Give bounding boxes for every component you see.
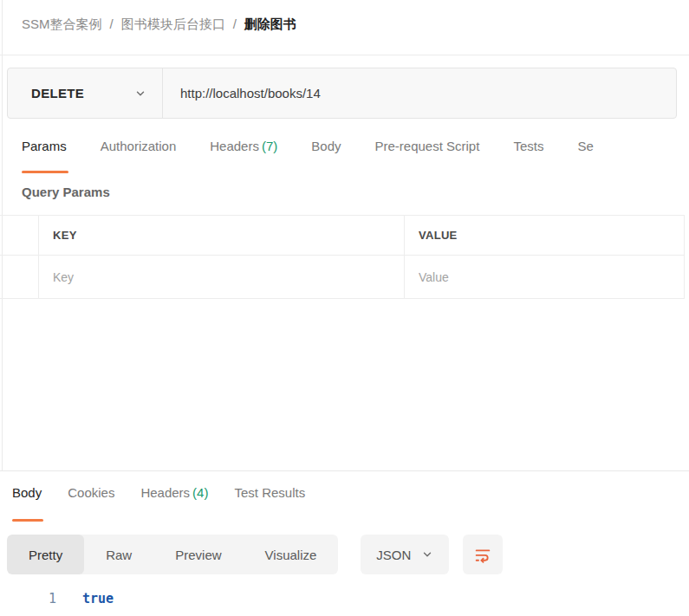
response-tab-test-results-label: Test Results [234, 485, 305, 500]
response-tab-body[interactable]: Body [12, 485, 42, 522]
key-column-header: KEY [53, 229, 77, 242]
response-tabs: Body Cookies Headers(4) Test Results [12, 485, 305, 522]
table-row [0, 256, 685, 299]
response-format-dropdown[interactable]: JSON [361, 535, 449, 574]
breadcrumb-folder[interactable]: 图书模块后台接口 [121, 16, 225, 33]
headers-count-badge: (7) [262, 139, 277, 153]
tab-headers-label: Headers [210, 139, 259, 153]
tab-params-label: Params [22, 139, 67, 153]
row-select-cell [0, 216, 39, 255]
header-divider [0, 55, 689, 55]
response-tab-headers-label: Headers [140, 485, 190, 500]
request-url-bar: DELETE [7, 68, 677, 119]
response-section-divider [0, 470, 689, 471]
response-tab-body-label: Body [12, 485, 42, 500]
query-params-title: Query Params [22, 185, 110, 199]
query-params-table: KEY VALUE [0, 215, 685, 299]
tab-pre-request-script-label: Pre-request Script [375, 139, 480, 153]
tab-tests[interactable]: Tests [513, 139, 543, 173]
response-tab-cookies[interactable]: Cookies [68, 485, 114, 522]
response-body-value: true [82, 591, 114, 606]
tab-authorization-label: Authorization [101, 139, 177, 153]
chevron-down-icon [421, 548, 433, 561]
param-value-input[interactable] [419, 270, 671, 284]
value-column-header: VALUE [419, 229, 458, 242]
tab-body[interactable]: Body [311, 139, 341, 173]
tab-params[interactable]: Params [22, 139, 67, 173]
view-mode-switcher: Pretty Raw Preview Visualize [7, 535, 338, 574]
response-format-label: JSON [376, 548, 411, 562]
breadcrumb: SSM整合案例 / 图书模块后台接口 / 删除图书 [22, 16, 296, 33]
view-mode-preview[interactable]: Preview [153, 535, 243, 574]
response-tab-cookies-label: Cookies [68, 485, 114, 500]
wrap-text-icon [473, 545, 492, 564]
breadcrumb-separator: / [110, 16, 114, 33]
tab-authorization[interactable]: Authorization [101, 139, 177, 173]
wrap-text-button[interactable] [463, 535, 503, 574]
response-body-line: 1 true [0, 591, 114, 606]
view-mode-pretty[interactable]: Pretty [7, 535, 84, 574]
view-mode-visualize[interactable]: Visualize [244, 535, 339, 574]
row-select-cell [0, 256, 39, 298]
tab-tests-label: Tests [513, 139, 543, 153]
tab-headers[interactable]: Headers(7) [210, 139, 277, 173]
tab-body-label: Body [311, 139, 341, 153]
line-number: 1 [0, 591, 56, 606]
view-mode-raw[interactable]: Raw [84, 535, 153, 574]
tab-pre-request-script[interactable]: Pre-request Script [375, 139, 480, 173]
request-tabs: Params Authorization Headers(7) Body Pre… [22, 139, 689, 173]
response-tab-headers[interactable]: Headers(4) [140, 485, 208, 522]
breadcrumb-request-name[interactable]: 删除图书 [244, 16, 296, 33]
method-dropdown[interactable]: DELETE [8, 68, 162, 118]
tab-settings-clipped[interactable]: Se [577, 139, 593, 173]
response-toolbar: Pretty Raw Preview Visualize JSON [7, 535, 503, 574]
url-input[interactable] [163, 68, 676, 118]
tab-settings-label: Se [577, 139, 593, 153]
param-key-input[interactable] [53, 270, 387, 284]
breadcrumb-separator: / [233, 16, 237, 33]
breadcrumb-collection[interactable]: SSM整合案例 [22, 16, 102, 33]
table-header-row: KEY VALUE [0, 215, 685, 256]
chevron-down-icon [134, 88, 146, 100]
method-label: DELETE [31, 86, 84, 101]
response-headers-count-badge: (4) [192, 485, 208, 500]
response-tab-test-results[interactable]: Test Results [234, 485, 305, 522]
